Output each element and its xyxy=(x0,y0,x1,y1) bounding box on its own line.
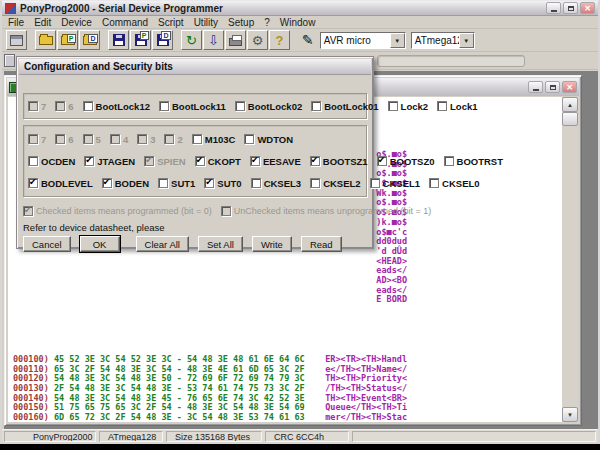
menu-item[interactable]: Edit xyxy=(34,17,51,28)
fuse-bit-checkbox[interactable]: CKSEL1 xyxy=(370,178,420,189)
checkbox-box[interactable] xyxy=(437,101,447,111)
fuse-bit-checkbox[interactable]: CKOPT xyxy=(195,156,241,167)
fuse-bit-checkbox[interactable]: 3 xyxy=(137,134,155,145)
help-button[interactable]: ? xyxy=(269,30,290,50)
checkbox-box[interactable] xyxy=(377,156,387,166)
fuse-bit-checkbox[interactable]: SUT1 xyxy=(158,178,195,189)
dialog-button[interactable]: Read xyxy=(301,236,342,252)
checkbox-box[interactable] xyxy=(235,101,245,111)
save-data-button[interactable]: D xyxy=(152,30,173,50)
lock-bit-checkbox[interactable]: 7 xyxy=(28,101,46,112)
checkbox-box[interactable] xyxy=(83,134,93,144)
setup-button[interactable]: ⚙ xyxy=(247,30,268,50)
scroll-down-button[interactable]: ▼ xyxy=(562,407,578,422)
checkbox-box[interactable] xyxy=(83,101,93,111)
title-bar[interactable]: PonyProg2000 - Serial Device Programmer … xyxy=(2,1,598,16)
checkbox-box[interactable] xyxy=(28,134,38,144)
fuse-bit-checkbox[interactable]: SPIEN xyxy=(144,156,186,167)
print-button[interactable] xyxy=(225,30,246,50)
menu-item[interactable]: Command xyxy=(102,17,148,28)
fuse-bit-checkbox[interactable]: SUT0 xyxy=(204,178,241,189)
fuse-bit-checkbox[interactable]: WDTON xyxy=(244,134,293,145)
fuse-bit-checkbox[interactable]: CKSEL2 xyxy=(310,178,360,189)
dialog-button[interactable]: Cancel xyxy=(23,236,71,252)
checkbox-box[interactable] xyxy=(192,134,202,144)
menu-item[interactable]: Device xyxy=(61,17,92,28)
fuse-bit-checkbox[interactable]: 7 xyxy=(28,134,46,145)
open-file-button[interactable] xyxy=(35,30,56,50)
dialog-button[interactable]: Clear All xyxy=(136,236,189,252)
checkbox-box[interactable] xyxy=(144,156,154,166)
dialog-button[interactable]: Write xyxy=(252,236,292,252)
checkbox-box[interactable] xyxy=(164,134,174,144)
checkbox-box[interactable] xyxy=(28,156,38,166)
fuse-bit-checkbox[interactable]: 2 xyxy=(164,134,182,145)
vertical-scrollbar[interactable]: ▲ ▼ xyxy=(562,97,578,422)
minimize-button[interactable] xyxy=(546,2,561,14)
checkbox-box[interactable] xyxy=(110,134,120,144)
fuse-bit-checkbox[interactable]: JTAGEN xyxy=(84,156,135,167)
scroll-up-button[interactable]: ▲ xyxy=(562,97,578,112)
checkbox-box[interactable] xyxy=(311,101,321,111)
device-model-select[interactable]: ATmega128 ▼ xyxy=(411,32,475,49)
checkbox-box[interactable] xyxy=(429,178,439,188)
checkbox-box[interactable] xyxy=(388,101,398,111)
fuse-bit-checkbox[interactable]: EESAVE xyxy=(250,156,301,167)
lock-bit-checkbox[interactable]: BootLock11 xyxy=(159,101,226,112)
fuse-bit-checkbox[interactable]: 4 xyxy=(110,134,128,145)
dialog-button[interactable]: OK xyxy=(80,236,120,252)
fuse-bit-checkbox[interactable]: CKSEL3 xyxy=(251,178,301,189)
fuse-bit-checkbox[interactable]: BODLEVEL xyxy=(28,178,93,189)
dialog-button[interactable]: Set All xyxy=(198,236,243,252)
checkbox-box[interactable] xyxy=(28,101,38,111)
fuse-bit-checkbox[interactable]: OCDEN xyxy=(28,156,75,167)
lock-bit-checkbox[interactable]: 6 xyxy=(55,101,73,112)
maximize-button[interactable] xyxy=(563,2,578,14)
checkbox-box[interactable] xyxy=(158,178,168,188)
write-device-button[interactable]: ⇩ xyxy=(203,30,224,50)
reload-button[interactable]: ↻ xyxy=(181,30,202,50)
menu-item[interactable]: Window xyxy=(280,17,316,28)
checkbox-box[interactable] xyxy=(204,178,214,188)
fuse-bit-checkbox[interactable]: BOOTSZ1 xyxy=(310,156,368,167)
checkbox-box[interactable] xyxy=(28,178,38,188)
lock-bit-checkbox[interactable]: BootLock12 xyxy=(83,101,150,112)
open-program-button[interactable]: P xyxy=(57,30,78,50)
dialog-titlebar[interactable]: Configuration and Security bits xyxy=(19,59,371,75)
lock-bit-checkbox[interactable]: BootLock02 xyxy=(235,101,302,112)
scroll-thumb[interactable] xyxy=(562,112,578,126)
device-family-select[interactable]: AVR micro ▼ xyxy=(320,32,406,49)
menu-item[interactable]: Setup xyxy=(228,17,254,28)
checkbox-box[interactable] xyxy=(55,101,65,111)
checkbox-box[interactable] xyxy=(310,178,320,188)
menu-item[interactable]: File xyxy=(8,17,24,28)
lock-bit-checkbox[interactable]: Lock1 xyxy=(437,101,477,112)
checkbox-box[interactable] xyxy=(310,156,320,166)
fuse-bit-checkbox[interactable]: CKSEL0 xyxy=(429,178,479,189)
fuse-bit-checkbox[interactable]: M103C xyxy=(192,134,236,145)
child-minimize-button[interactable] xyxy=(528,81,543,93)
checkbox-box[interactable] xyxy=(250,156,260,166)
close-button[interactable]: ✕ xyxy=(580,2,595,14)
chevron-down-icon[interactable]: ▼ xyxy=(390,33,405,48)
edit-pencil-icon[interactable]: ✎ xyxy=(302,32,314,48)
fuse-bit-checkbox[interactable]: BOOTSZ0 xyxy=(377,156,435,167)
checkbox-box[interactable] xyxy=(370,178,380,188)
chevron-down-icon[interactable]: ▼ xyxy=(459,33,474,48)
child-close-button[interactable]: ✕ xyxy=(562,81,577,93)
checkbox-box[interactable] xyxy=(195,156,205,166)
checkbox-box[interactable] xyxy=(244,134,254,144)
lock-bit-checkbox[interactable]: BootLock01 xyxy=(311,101,378,112)
checkbox-box[interactable] xyxy=(137,134,147,144)
fuse-bit-checkbox[interactable]: 6 xyxy=(55,134,73,145)
checkbox-box[interactable] xyxy=(102,178,112,188)
save-file-button[interactable] xyxy=(108,30,129,50)
lock-bit-checkbox[interactable]: Lock2 xyxy=(388,101,428,112)
checkbox-box[interactable] xyxy=(251,178,261,188)
menu-item[interactable]: Utility xyxy=(194,17,218,28)
save-program-button[interactable]: P xyxy=(130,30,151,50)
checkbox-box[interactable] xyxy=(84,156,94,166)
open-data-button[interactable]: D xyxy=(79,30,100,50)
menu-item[interactable]: Script xyxy=(158,17,184,28)
menu-item[interactable]: ? xyxy=(264,17,270,28)
